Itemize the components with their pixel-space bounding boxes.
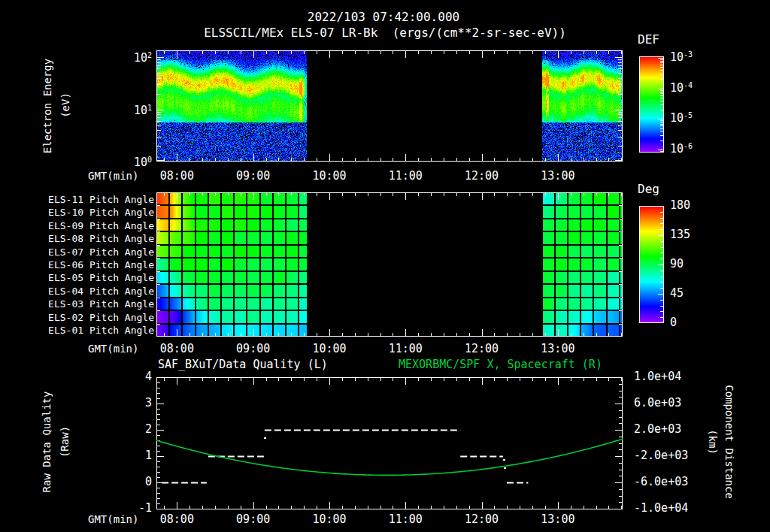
- top-y-axis-title: Electron Energy: [41, 59, 53, 153]
- x-tick-label: 10:00: [312, 170, 346, 183]
- pitch-angle-heatmap-canvas: [156, 192, 623, 337]
- bottom-right-tick-label: -2.0e+03: [634, 449, 688, 462]
- def-colorbar-tick-label: 10-5: [670, 112, 693, 125]
- top-x-axis-title: GMT(min): [88, 170, 138, 183]
- bottom-left-tick-label: 3: [145, 397, 152, 410]
- def-colorbar-tick-label-base: 10: [670, 81, 684, 95]
- bottom-title-right: MEXORBMC/SPF X, Spacecraft (R): [399, 358, 602, 371]
- bottom-right-axis-units: (km): [707, 429, 719, 455]
- x-tick-label: 08:00: [160, 513, 194, 526]
- mid-x-axis-title: GMT(min): [88, 343, 138, 355]
- bottom-x-axis-title: GMT(min): [88, 513, 138, 526]
- top-y-tick-label-exp: 1: [147, 104, 152, 112]
- deg-colorbar-tick-label: 90: [670, 258, 684, 271]
- bottom-right-tick-label: -6.0e+03: [634, 476, 688, 488]
- pitch-row-label: ELS-10 Pitch Angle: [48, 206, 154, 219]
- page-title-timestamp: 2022/103 07:42:00.000: [308, 11, 459, 24]
- def-colorbar-tick-label: 10-4: [670, 82, 693, 95]
- def-colorbar-tick-label-exp: -3: [684, 50, 693, 59]
- deg-colorbar-tick-label: 180: [670, 199, 690, 212]
- pitch-row-label: ELS-04 Pitch Angle: [48, 285, 154, 298]
- pitch-row-label: ELS-07 Pitch Angle: [48, 246, 154, 258]
- def-colorbar-tick-label-exp: -4: [684, 81, 693, 89]
- bottom-right-tick-label: 2.0e+03: [634, 423, 681, 436]
- top-y-axis-units: (eV): [59, 92, 71, 118]
- bottom-left-tick-label: 0: [145, 476, 152, 488]
- x-tick-label: 12:00: [465, 343, 499, 355]
- quality-distance-plot-canvas: [156, 376, 623, 511]
- x-tick-label: 10:00: [312, 513, 346, 526]
- x-tick-label: 11:00: [389, 170, 423, 183]
- deg-colorbar-tick-label: 45: [670, 287, 684, 300]
- bottom-right-axis-title: Component Distance: [723, 385, 735, 499]
- bottom-left-tick-label: -1: [138, 502, 152, 515]
- pitch-row-label: ELS-08 Pitch Angle: [48, 232, 154, 245]
- x-tick-label: 13:00: [541, 513, 574, 526]
- x-tick-label: 08:00: [160, 170, 194, 183]
- pitch-row-label: ELS-06 Pitch Angle: [48, 258, 154, 271]
- x-tick-label: 13:00: [541, 170, 574, 183]
- x-tick-label: 09:00: [236, 343, 270, 355]
- top-y-tick-label: 100: [134, 156, 152, 170]
- def-colorbar-canvas: [639, 56, 664, 153]
- plot-page: 2022/103 07:42:00.000 ELSSCIL/MEx ELS-07…: [0, 0, 770, 532]
- def-colorbar-tick-label-base: 10: [670, 50, 684, 64]
- pitch-row-label: ELS-05 Pitch Angle: [48, 271, 154, 284]
- top-y-tick-label-exp: 2: [147, 51, 152, 59]
- x-tick-label: 09:00: [236, 170, 270, 183]
- bottom-right-tick-label: -1.0e+04: [634, 502, 688, 515]
- def-colorbar-tick-label-base: 10: [670, 142, 684, 156]
- pitch-row-label: ELS-11 Pitch Angle: [48, 193, 154, 206]
- top-y-tick-label-base: 10: [134, 156, 147, 169]
- bottom-left-tick-label: 4: [145, 370, 152, 383]
- def-colorbar-tick-label-base: 10: [670, 111, 684, 125]
- def-colorbar-tick-label-exp: -6: [684, 142, 693, 150]
- bottom-left-axis-title: Raw Data Quality: [41, 391, 53, 493]
- top-y-tick-label-base: 10: [134, 104, 147, 117]
- def-colorbar-tick-label: 10-3: [670, 51, 693, 65]
- deg-colorbar-tick-label: 135: [670, 228, 690, 241]
- pitch-row-label: ELS-09 Pitch Angle: [48, 219, 154, 232]
- bottom-left-axis-units: (Raw): [59, 426, 71, 458]
- x-tick-label: 09:00: [236, 513, 270, 526]
- bottom-left-tick-label: 1: [145, 449, 152, 462]
- bottom-title-left: SAF_BXuT/Data Quality (L): [158, 358, 328, 371]
- def-colorbar-tick-label-exp: -5: [684, 111, 693, 119]
- def-colorbar-title: DEF: [638, 33, 659, 47]
- x-tick-label: 11:00: [389, 343, 423, 355]
- deg-colorbar-canvas: [639, 206, 664, 323]
- x-tick-label: 13:00: [541, 343, 574, 355]
- bottom-left-tick-label: 2: [145, 423, 152, 436]
- x-tick-label: 08:00: [160, 343, 194, 355]
- top-y-tick-label: 101: [134, 104, 152, 118]
- top-y-tick-label-base: 10: [134, 51, 147, 65]
- deg-colorbar-tick-label: 0: [670, 316, 677, 329]
- x-tick-label: 12:00: [465, 170, 499, 183]
- pitch-row-label: ELS-02 Pitch Angle: [48, 311, 154, 324]
- def-colorbar-tick-label: 10-6: [670, 143, 693, 156]
- x-tick-label: 11:00: [389, 513, 423, 526]
- top-y-tick-label: 102: [134, 52, 152, 65]
- bottom-right-tick-label: 6.0e+03: [634, 397, 681, 410]
- top-y-tick-label-exp: 0: [147, 156, 152, 164]
- x-tick-label: 12:00: [465, 513, 499, 526]
- pitch-row-label: ELS-03 Pitch Angle: [48, 298, 154, 310]
- deg-colorbar-title: Deg: [638, 183, 659, 196]
- pitch-row-label: ELS-01 Pitch Angle: [48, 324, 154, 337]
- page-title-dataset: ELSSCIL/MEx ELS-07 LR-Bk (ergs/(cm**2-sr…: [204, 26, 566, 40]
- bottom-right-tick-label: 1.0e+04: [634, 370, 681, 383]
- x-tick-label: 10:00: [312, 343, 346, 355]
- electron-energy-spectrogram-canvas: [156, 50, 623, 162]
